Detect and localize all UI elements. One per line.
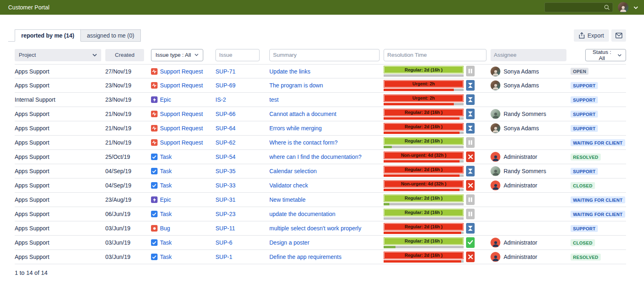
issue-key-link[interactable]: SUP-35 — [215, 168, 235, 174]
issue-type-link[interactable]: Support Request — [160, 111, 203, 117]
table-row[interactable]: Apps Support 03/Jun/19 Task SUP-6 Design… — [15, 236, 626, 250]
issue-summary-link[interactable]: Errors while merging — [269, 125, 322, 131]
subscribe-mail-button[interactable] — [611, 29, 626, 42]
issue-type-link[interactable]: Bug — [160, 225, 170, 232]
issue-summary-link[interactable]: Where is the contact form? — [269, 139, 338, 146]
resolution-time-cell: Regular: 2d (16h ) — [384, 123, 486, 134]
table-row[interactable]: Internal Support 23/Nov/19 Epic IS-2 tes… — [15, 93, 626, 107]
user-menu-chevron-icon[interactable] — [633, 4, 638, 11]
project-filter-label: Project — [19, 52, 36, 58]
resolution-time-filter-input[interactable] — [384, 49, 486, 61]
project-filter[interactable]: Project — [15, 49, 101, 61]
issue-summary-link[interactable]: multiple select doesn't work properly — [269, 225, 361, 232]
table-row[interactable]: Apps Support 03/Jun/19 Task SUP-1 Define… — [15, 250, 626, 264]
table-row[interactable]: Apps Support 23/Aug/19 Epic SUP-31 New t… — [15, 193, 626, 207]
person-icon — [492, 82, 500, 90]
issue-summary-link[interactable]: Cannot attach a document — [269, 111, 336, 117]
table-row[interactable]: Apps Support 04/Sep/19 Task SUP-35 Calen… — [15, 164, 626, 178]
table-row[interactable]: Apps Support 21/Nov/19 Support Request S… — [15, 121, 626, 136]
sla-progress-fill — [384, 232, 461, 234]
issue-key-link[interactable]: SUP-66 — [215, 111, 235, 117]
assignee-cell: Administrator — [491, 180, 566, 190]
issue-type-icon — [151, 225, 158, 232]
tab-reported-by-me[interactable]: reported by me (14) — [15, 29, 81, 42]
search-input[interactable] — [547, 4, 604, 11]
issue-type-link[interactable]: Support Request — [160, 68, 203, 75]
issue-type-link[interactable]: Task — [160, 168, 172, 174]
created-cell: 21/Nov/19 — [105, 125, 147, 131]
issue-summary-link[interactable]: The program is down — [269, 82, 323, 89]
issue-type-link[interactable]: Task — [160, 154, 172, 160]
assignee-cell: Administrator — [491, 252, 566, 262]
issue-type-link[interactable]: Epic — [160, 196, 171, 203]
issue-type-link[interactable]: Task — [160, 182, 172, 189]
issue-key-link[interactable]: SUP-54 — [215, 154, 235, 160]
created-cell: 21/Nov/19 — [105, 111, 147, 117]
issue-summary-link[interactable]: test — [269, 96, 279, 103]
issue-type-link[interactable]: Support Request — [160, 139, 203, 146]
issue-key-link[interactable]: SUP-6 — [215, 239, 232, 246]
issue-key-link[interactable]: SUP-69 — [215, 82, 235, 89]
issue-type-link[interactable]: Support Request — [160, 125, 203, 131]
assignee-filter-input[interactable] — [491, 49, 566, 61]
summary-filter-input[interactable] — [269, 49, 380, 61]
issue-summary-link[interactable]: New timetable — [269, 196, 306, 203]
app-title: Customer Portal — [8, 4, 49, 11]
assignee-avatar — [491, 252, 500, 262]
issue-summary-link[interactable]: Validator check — [269, 182, 308, 189]
issue-type-icon — [151, 82, 158, 89]
issue-key-link[interactable]: SUP-62 — [215, 139, 235, 146]
chevron-down-icon — [617, 54, 622, 57]
issue-type-icon — [151, 196, 158, 203]
tab-assigned-to-me[interactable]: assigned to me (0) — [81, 29, 141, 42]
table-row[interactable]: Apps Support 04/Sep/19 Task SUP-33 Valid… — [15, 178, 626, 193]
issue-type-link[interactable]: Task — [160, 254, 172, 260]
sla-bar: Regular: 2d (16h ) — [384, 123, 464, 131]
created-column-header[interactable]: Created — [105, 49, 144, 61]
assignee-name: Administrator — [504, 239, 537, 246]
issue-summary-link[interactable]: Design a poster — [269, 239, 309, 246]
issue-key-link[interactable]: SUP-64 — [215, 125, 235, 131]
issue-summary-link[interactable]: Define the app requirements — [269, 254, 342, 260]
status-filter[interactable]: Status : All — [585, 49, 626, 61]
sla-label: Urgent: 2h — [413, 96, 435, 100]
search-icon — [604, 4, 610, 11]
export-button[interactable]: Export — [574, 29, 609, 42]
issue-summary-link[interactable]: update the documentation — [269, 211, 335, 217]
issue-type-link[interactable]: Task — [160, 239, 172, 246]
sla-progress-track — [384, 217, 464, 220]
issue-type-link[interactable]: Support Request — [160, 82, 203, 89]
issue-filter-input[interactable] — [215, 49, 260, 61]
sla-progress-track — [384, 189, 464, 191]
sla-status-icon — [466, 66, 475, 76]
issue-summary-link[interactable]: Update the links — [269, 68, 310, 75]
issue-type-link[interactable]: Epic — [160, 96, 171, 103]
issue-key-link[interactable]: SUP-33 — [215, 182, 235, 189]
issue-type-icon — [151, 125, 158, 131]
sla-status-icon — [466, 209, 475, 219]
issue-summary-link[interactable]: where can I find the documentation? — [269, 154, 362, 160]
table-row[interactable]: Apps Support 27/Nov/19 Support Request S… — [15, 64, 626, 78]
issue-key-link[interactable]: SUP-31 — [215, 196, 235, 203]
table-row[interactable]: Apps Support 23/Nov/19 Support Request S… — [15, 78, 626, 93]
table-row[interactable]: Apps Support 21/Nov/19 Support Request S… — [15, 136, 626, 150]
table-row[interactable]: Apps Support 06/Jun/19 Task SUP-23 updat… — [15, 207, 626, 221]
sla-label: Regular: 2d (16h ) — [405, 196, 443, 201]
issue-type-link[interactable]: Task — [160, 211, 172, 217]
issue-type-filter[interactable]: Issue type : All — [151, 49, 203, 61]
user-avatar[interactable] — [618, 2, 628, 13]
issue-summary-link[interactable]: Calendar selection — [269, 168, 317, 174]
table-row[interactable]: Apps Support 21/Nov/19 Support Request S… — [15, 107, 626, 121]
issue-key-link[interactable]: SUP-71 — [215, 68, 235, 75]
issue-key-link[interactable]: SUP-11 — [215, 225, 235, 232]
table-row[interactable]: Apps Support 25/Oct/19 Task SUP-54 where… — [15, 150, 626, 164]
issue-key-link[interactable]: IS-2 — [215, 96, 226, 103]
issue-key-link[interactable]: SUP-1 — [215, 254, 232, 260]
issue-key-link[interactable]: SUP-23 — [215, 211, 235, 217]
table-row[interactable]: Apps Support 03/Jun/19 Bug SUP-11 multip… — [15, 221, 626, 236]
assignee-name: Administrator — [504, 182, 537, 189]
sla-bar: Regular: 2d (16h ) — [384, 223, 464, 231]
created-cell: 06/Jun/19 — [105, 211, 147, 217]
project-cell: Apps Support — [15, 239, 101, 246]
header-search[interactable] — [544, 2, 613, 12]
